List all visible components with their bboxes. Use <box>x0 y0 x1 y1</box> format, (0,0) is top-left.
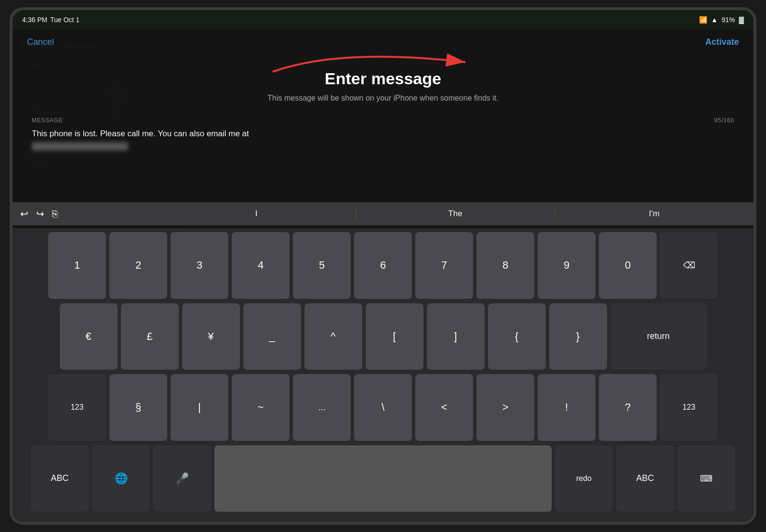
key-9[interactable]: 9 <box>538 232 595 299</box>
status-left: 4:36 PM Tue Oct 1 <box>22 16 79 24</box>
key-euro[interactable]: € <box>60 303 118 371</box>
key-tilde[interactable]: ~ <box>232 374 290 441</box>
key-8[interactable]: 8 <box>476 232 534 299</box>
return-key[interactable]: return <box>610 303 707 371</box>
ipad-frame: E Kirkwood Ave E Lowe Ave N C St N D St … <box>10 7 756 525</box>
keyboard: 1 2 3 4 5 6 7 8 9 0 ⌫ € £ ¥ _ ^ [ ] { } … <box>13 228 753 522</box>
key-underscore[interactable]: _ <box>243 303 301 371</box>
key-gt[interactable]: > <box>476 374 534 441</box>
message-content: This phone is lost. Please call me. You … <box>32 129 249 138</box>
key-lcurly[interactable]: { <box>488 303 546 371</box>
autocorrect-tools: ↩ ↪ ⎘ <box>13 208 157 220</box>
autocorrect-suggestions: I The I'm <box>157 209 753 219</box>
key-5[interactable]: 5 <box>293 232 351 299</box>
key-caret[interactable]: ^ <box>304 303 362 371</box>
paste-button[interactable]: ⎘ <box>52 208 58 220</box>
keyboard-row-more-symbols: 123 § | ~ ... \ < > ! ? 123 <box>16 374 750 441</box>
undo-button[interactable]: ↩ <box>20 208 28 220</box>
wifi-icon: 📶 <box>699 16 707 24</box>
suggestion-2[interactable]: The <box>356 209 555 219</box>
date-display: Tue Oct 1 <box>50 16 79 24</box>
key-123-left[interactable]: 123 <box>48 374 106 441</box>
message-label-row: MESSAGE 95/160 <box>32 117 734 124</box>
key-2[interactable]: 2 <box>109 232 167 299</box>
key-redo[interactable]: redo <box>555 445 613 513</box>
message-text[interactable]: This phone is lost. Please call me. You … <box>32 128 734 151</box>
suggestion-3[interactable]: I'm <box>555 209 753 219</box>
key-7[interactable]: 7 <box>415 232 473 299</box>
key-keyboard[interactable]: ⌨ <box>677 445 735 513</box>
key-lbracket[interactable]: [ <box>366 303 423 371</box>
key-ellipsis[interactable]: ... <box>293 374 351 441</box>
keyboard-row-numbers: 1 2 3 4 5 6 7 8 9 0 ⌫ <box>16 232 750 299</box>
activate-button[interactable]: Activate <box>705 37 739 47</box>
battery-icon: ▓ <box>739 16 744 24</box>
dialog-header: Cancel Activate <box>13 29 753 55</box>
key-exclaim[interactable]: ! <box>538 374 595 441</box>
cancel-button[interactable]: Cancel <box>27 37 54 47</box>
key-lt[interactable]: < <box>415 374 473 441</box>
battery-percent: 91% <box>722 16 735 24</box>
dialog-title: Enter message <box>32 69 734 88</box>
message-count: 95/160 <box>714 117 734 124</box>
keyboard-row-symbols: € £ ¥ _ ^ [ ] { } return <box>16 303 750 371</box>
key-section[interactable]: § <box>109 374 167 441</box>
key-123-right[interactable]: 123 <box>660 374 718 441</box>
dialog-subtitle: This message will be shown on your iPhon… <box>32 94 734 103</box>
message-label: MESSAGE <box>32 117 63 124</box>
key-0[interactable]: 0 <box>599 232 657 299</box>
time-display: 4:36 PM <box>22 16 47 24</box>
keyboard-row-bottom: ABC 🌐 🎤 redo ABC ⌨ <box>16 445 750 513</box>
signal-icon: ▲ <box>711 16 718 24</box>
key-3[interactable]: 3 <box>171 232 228 299</box>
key-1[interactable]: 1 <box>48 232 106 299</box>
redo-tool-button[interactable]: ↪ <box>36 208 44 220</box>
suggestion-1[interactable]: I <box>157 209 356 219</box>
key-abc-right[interactable]: ABC <box>616 445 674 513</box>
key-4[interactable]: 4 <box>232 232 290 299</box>
status-bar: 4:36 PM Tue Oct 1 📶 ▲ 91% ▓ <box>13 10 753 29</box>
message-blurred-content <box>32 142 128 151</box>
key-space[interactable] <box>214 445 552 513</box>
key-rbracket[interactable]: ] <box>427 303 485 371</box>
autocorrect-bar: ↩ ↪ ⎘ I The I'm <box>13 202 753 225</box>
backspace-key[interactable]: ⌫ <box>660 232 718 299</box>
key-emoji[interactable]: 🌐 <box>92 445 150 513</box>
key-abc-left[interactable]: ABC <box>31 445 89 513</box>
key-pound[interactable]: £ <box>121 303 179 371</box>
key-pipe[interactable]: | <box>171 374 228 441</box>
key-mic[interactable]: 🎤 <box>153 445 211 513</box>
key-question[interactable]: ? <box>599 374 657 441</box>
status-right: 📶 ▲ 91% ▓ <box>699 16 744 24</box>
key-backslash[interactable]: \ <box>354 374 412 441</box>
key-yen[interactable]: ¥ <box>182 303 240 371</box>
key-rcurly[interactable]: } <box>549 303 607 371</box>
key-6[interactable]: 6 <box>354 232 412 299</box>
